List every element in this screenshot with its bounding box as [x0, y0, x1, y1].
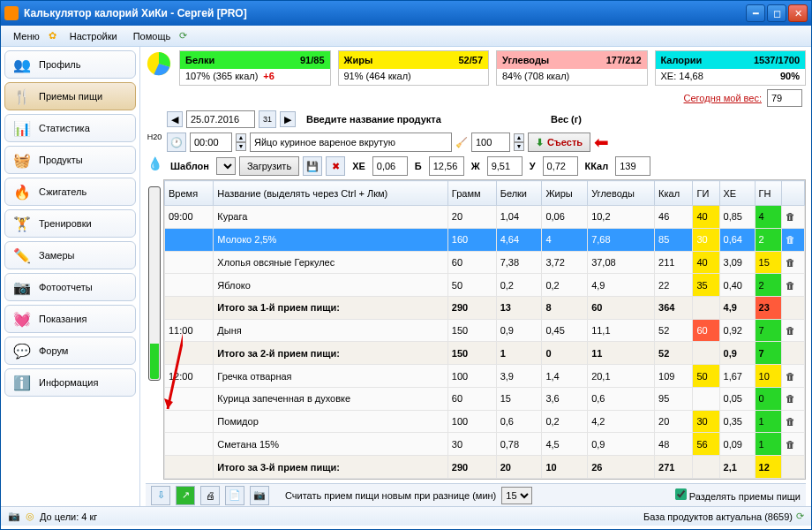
- col-header[interactable]: Жиры: [542, 181, 588, 206]
- sidebar-item-8[interactable]: 💓Показания: [4, 305, 136, 333]
- print-icon[interactable]: 🖨: [200, 486, 220, 505]
- b-input[interactable]: [429, 156, 464, 176]
- sidebar-icon: 🍴: [12, 87, 32, 106]
- table-row[interactable]: 11:00Дыня1500,90,4511,152600,927🗑: [165, 319, 805, 342]
- clock-icon[interactable]: 🕐: [167, 132, 186, 152]
- sidebar-label: Замеры: [39, 250, 74, 261]
- titlebar: Калькулятор калорий ХиКи - Сергей [PRO] …: [1, 1, 811, 26]
- sidebar-item-9[interactable]: 💬Форум: [4, 337, 136, 365]
- menu-help[interactable]: Помощь: [126, 28, 178, 44]
- table-row[interactable]: Курица запеченная в духовке60153,60,6950…: [165, 387, 805, 410]
- eat-button[interactable]: ⬇Съесть: [528, 132, 590, 152]
- refresh-icon[interactable]: ⟳: [179, 30, 192, 42]
- trash-icon[interactable]: 🗑: [786, 439, 795, 450]
- menu-menu[interactable]: Меню: [6, 28, 47, 44]
- table-row[interactable]: Итого за 2-й прием пищи:1501011520,97: [165, 342, 805, 365]
- sidebar-label: Профиль: [39, 59, 81, 70]
- table-row[interactable]: Хлопья овсяные Геркулес607,383,7237,0821…: [165, 251, 805, 274]
- table-row[interactable]: 12:00Гречка отварная1003,91,420,1109501,…: [165, 365, 805, 388]
- weight-spinner[interactable]: ▲▼: [514, 133, 524, 151]
- close-button[interactable]: ✕: [788, 4, 808, 22]
- sidebar-item-7[interactable]: 📷Фотоотчеты: [4, 273, 136, 301]
- trash-icon[interactable]: 🗑: [786, 325, 795, 336]
- camera-icon[interactable]: 📷: [250, 486, 269, 505]
- table-row[interactable]: Молоко 2,5%1604,6447,6885300,642🗑: [165, 228, 805, 251]
- date-prev[interactable]: ◀: [167, 111, 183, 127]
- weight-link[interactable]: Сегодня мой вес:: [684, 93, 763, 103]
- time-spinner[interactable]: ▲▼: [236, 133, 246, 151]
- time-input[interactable]: [190, 132, 232, 152]
- col-header[interactable]: Грамм: [447, 181, 496, 206]
- carbs-label: Углеводы: [502, 55, 549, 65]
- trash-icon[interactable]: 🗑: [786, 257, 795, 268]
- col-header[interactable]: ГН: [755, 181, 781, 206]
- trash-icon[interactable]: 🗑: [786, 280, 795, 291]
- sidebar-icon: ✏️: [12, 246, 32, 265]
- status-bar: 📷 ◎ До цели: 4 кг База продуктов актуаль…: [1, 506, 811, 526]
- kk-input[interactable]: [615, 156, 650, 176]
- table-row[interactable]: Итого за 1-й прием пищи:290138603644,923: [165, 297, 805, 320]
- u-input[interactable]: [543, 156, 578, 176]
- col-header[interactable]: Углеводы: [588, 181, 655, 206]
- xe-input[interactable]: [372, 156, 408, 176]
- calendar-button[interactable]: 31: [259, 110, 276, 128]
- gear-icon: ✿: [49, 30, 61, 42]
- trash-icon[interactable]: 🗑: [786, 393, 795, 404]
- maximize-button[interactable]: ◻: [767, 4, 786, 22]
- sidebar-item-3[interactable]: 🧺Продукты: [4, 146, 136, 174]
- col-header[interactable]: ГИ: [693, 181, 719, 206]
- weight-input[interactable]: [767, 89, 802, 107]
- protein-value: 91/85: [300, 55, 325, 65]
- sidebar-icon: 🏋️: [12, 214, 32, 233]
- col-header[interactable]: [781, 181, 804, 206]
- date-next[interactable]: ▶: [280, 111, 296, 127]
- template-select[interactable]: [216, 157, 236, 175]
- table-row[interactable]: Яблоко500,20,24,922350,402🗑: [165, 274, 805, 297]
- water-drop-icon[interactable]: 💧: [147, 156, 162, 170]
- date-field[interactable]: 25.07.2016: [186, 110, 255, 128]
- sidebar-item-4[interactable]: 🔥Сжигатель: [4, 178, 136, 206]
- col-header[interactable]: ХЕ: [719, 181, 755, 206]
- col-header[interactable]: Время: [165, 181, 214, 206]
- col-header[interactable]: Название (выделять через Ctrl + Лкм): [214, 181, 447, 206]
- minimize-button[interactable]: ━: [746, 4, 765, 22]
- sidebar-item-0[interactable]: 👥Профиль: [4, 50, 136, 79]
- refresh-status-icon[interactable]: ⟳: [796, 511, 804, 522]
- trash-icon[interactable]: 🗑: [786, 416, 795, 427]
- protein-extra: +6: [263, 71, 274, 81]
- trash-icon[interactable]: 🗑: [786, 211, 795, 222]
- delete-icon[interactable]: ✖: [326, 156, 345, 176]
- template-label: Шаблон: [170, 161, 209, 171]
- sidebar-item-1[interactable]: 🍴Приемы пищи: [4, 82, 136, 110]
- product-input[interactable]: [250, 132, 452, 152]
- nutrition-summary: Белки91/85 107% (365 ккал)+6 Жиры52/57 9…: [146, 50, 806, 86]
- save-icon[interactable]: 💾: [303, 156, 322, 176]
- sidebar-item-10[interactable]: ℹ️Информация: [4, 368, 136, 397]
- col-header[interactable]: Ккал: [655, 181, 693, 206]
- sidebar-icon: 📷: [12, 277, 32, 297]
- col-header[interactable]: Белки: [496, 181, 542, 206]
- table-row[interactable]: Итого за 3-й прием пищи:2902010262712,11…: [165, 456, 805, 479]
- diff-select[interactable]: 15: [501, 487, 532, 504]
- table-row[interactable]: Помидор1000,60,24,220300,351🗑: [165, 410, 805, 433]
- sidebar-item-6[interactable]: ✏️Замеры: [4, 241, 136, 269]
- report-icon[interactable]: 📄: [225, 486, 244, 505]
- trash-icon[interactable]: 🗑: [786, 371, 795, 382]
- sidebar-item-2[interactable]: 📊Статистика: [4, 114, 136, 142]
- sidebar-icon: 💓: [12, 309, 32, 329]
- table-row[interactable]: Сметана 15%300,784,50,948560,091🗑: [165, 433, 805, 456]
- protein-label: Белки: [185, 55, 214, 65]
- load-button[interactable]: Загрузить: [239, 156, 299, 176]
- sidebar-item-5[interactable]: 🏋️Тренировки: [4, 209, 136, 238]
- share-icon[interactable]: ↗: [176, 486, 195, 505]
- split-checkbox[interactable]: [675, 488, 687, 500]
- menu-settings[interactable]: Настройки: [63, 28, 124, 44]
- trash-icon[interactable]: 🗑: [786, 234, 795, 245]
- cal-label: Калории: [661, 55, 703, 65]
- split-checkbox-label[interactable]: Разделять приемы пищи: [675, 488, 801, 502]
- weight-g-input[interactable]: [471, 132, 510, 152]
- export-icon[interactable]: ⇩: [151, 486, 170, 505]
- table-row[interactable]: 09:00Курага201,040,0610,246400,854🗑: [165, 206, 805, 229]
- zh-input[interactable]: [487, 156, 523, 176]
- broom-icon[interactable]: 🧹: [455, 137, 468, 148]
